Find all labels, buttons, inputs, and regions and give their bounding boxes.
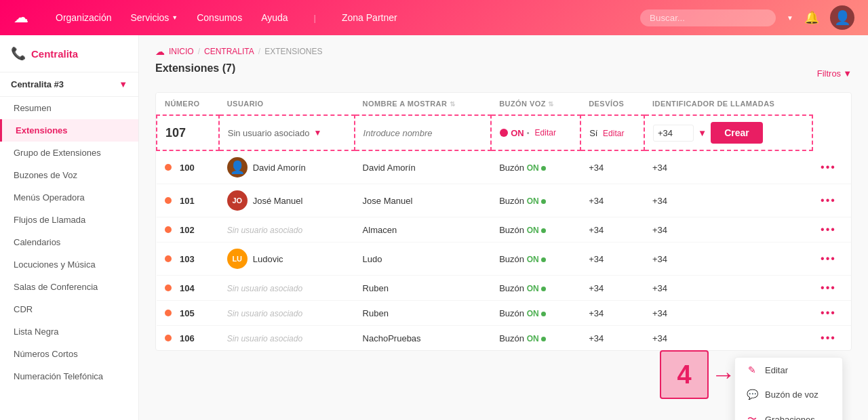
row-show-name: NachoPruebas: [355, 326, 492, 351]
row-actions[interactable]: •••: [812, 184, 851, 217]
sidebar-item-locuciones-y-música[interactable]: Locuciones y Música: [0, 253, 138, 276]
row-actions[interactable]: •••: [812, 326, 851, 351]
sidebar-item-flujos-de-llamada[interactable]: Flujos de Llamada: [0, 209, 138, 231]
row-buzon: Buzón ON: [491, 301, 580, 326]
row-actions-dots[interactable]: •••: [821, 332, 836, 343]
caller-id-value: +34: [652, 283, 667, 293]
new-row-user[interactable]: Sin usuario asociado ▼: [219, 115, 355, 150]
step-badge: 4: [660, 350, 709, 399]
sidebar-item-grupo-de-extensiones[interactable]: Grupo de Extensiones: [0, 142, 138, 164]
on-dot-indicator: •: [527, 129, 530, 137]
caller-id-value: +34: [652, 225, 667, 235]
col-buzon[interactable]: BUZÓN VOZ: [491, 93, 580, 115]
on-dot: [541, 166, 546, 171]
user-name: José Manuel: [253, 196, 303, 206]
caller-id-value: +34: [652, 333, 667, 343]
sidebar-title: Centralita: [31, 48, 78, 60]
row-actions-dots[interactable]: •••: [821, 194, 836, 206]
row-desvios: +34: [580, 217, 644, 243]
user-select-button[interactable]: Sin usuario asociado ▼: [228, 128, 322, 138]
nav-consumos[interactable]: Consumos: [197, 12, 242, 23]
prefix-dropdown-button[interactable]: ▼: [698, 128, 707, 138]
sidebar-item-resumen[interactable]: Resumen: [0, 97, 138, 119]
context-menu-item-editar[interactable]: ✎Editar: [735, 358, 842, 382]
row-actions[interactable]: •••: [812, 243, 851, 276]
name-input[interactable]: [363, 128, 458, 138]
row-caller-id: +34: [644, 184, 812, 217]
row-user: Sin usuario asociado: [219, 217, 355, 243]
centralita-selector[interactable]: Centralita #3 ▼: [0, 72, 138, 97]
on-dot: [541, 287, 546, 291]
context-item-label: Buzón de voz: [765, 390, 818, 400]
row-number: 101: [157, 184, 219, 217]
row-actions[interactable]: •••: [812, 217, 851, 243]
sidebar-item-calendarios[interactable]: Calendarios: [0, 231, 138, 253]
row-actions[interactable]: •••: [812, 301, 851, 326]
context-menu-item-buzón-de-voz[interactable]: 💬Buzón de voz: [735, 382, 842, 406]
row-actions-dots[interactable]: •••: [821, 253, 836, 264]
main-content: ☁ INICIO / CENTRALITA / EXTENSIONES Exte…: [139, 35, 868, 362]
bell-icon[interactable]: 🔔: [804, 10, 819, 25]
row-actions-dots[interactable]: •••: [821, 161, 836, 173]
on-badge: ON: [527, 163, 539, 173]
row-actions-dots[interactable]: •••: [821, 307, 836, 318]
nav-organizacion[interactable]: Organización: [56, 12, 112, 23]
on-badge: ON: [527, 196, 539, 206]
breadcrumb-inicio[interactable]: INICIO: [169, 47, 194, 56]
row-actions-dots[interactable]: •••: [821, 224, 836, 235]
col-caller-id: IDENTIFICADOR DE LLAMADAS: [644, 93, 812, 115]
row-show-name: David Amorín: [355, 150, 492, 184]
editar-desvios-link[interactable]: Editar: [603, 129, 624, 138]
col-nombre[interactable]: NOMBRE A MOSTRAR: [355, 93, 492, 115]
row-actions[interactable]: •••: [812, 276, 851, 301]
logo-icon[interactable]: ☁: [14, 9, 28, 26]
no-user-label: Sin usuario asociado: [227, 226, 302, 235]
row-caller-id: +34: [644, 243, 812, 276]
row-user: LULudovic: [219, 243, 355, 276]
nav-zona-partner[interactable]: Zona Partner: [342, 12, 397, 23]
new-row-name[interactable]: [355, 115, 492, 150]
selected-centralita: Centralita #3: [11, 79, 64, 89]
sidebar-item-numeración-telefónica[interactable]: Numeración Telefónica: [0, 365, 138, 387]
row-buzon: Buzón ON: [491, 326, 580, 351]
sidebar-item-buzones-de-voz[interactable]: Buzones de Voz: [0, 164, 138, 186]
user-avatar: 👤: [227, 157, 248, 177]
context-item-icon: 💬: [746, 389, 758, 400]
row-actions-dots[interactable]: •••: [821, 282, 836, 293]
sidebar-item-menús-operadora[interactable]: Menús Operadora: [0, 186, 138, 209]
avatar[interactable]: 👤: [830, 5, 854, 30]
table-row: 101JOJosé ManuelJose ManuelBuzón ON+34+3…: [157, 184, 851, 217]
table-row: 102Sin usuario asociadoAlmacenBuzón ON+3…: [157, 217, 851, 243]
row-user: Sin usuario asociado: [219, 301, 355, 326]
sidebar-item-salas-de-conferencia[interactable]: Salas de Conferencia: [0, 276, 138, 298]
prefix-input[interactable]: [653, 125, 694, 142]
row-caller-id: +34: [644, 217, 812, 243]
row-caller-id: +34: [644, 301, 812, 326]
new-extension-row: 107 Sin usuario asociado ▼: [157, 115, 851, 150]
context-menu-item-grabaciones[interactable]: 〜Grabaciones: [735, 406, 842, 420]
row-show-name: Jose Manuel: [355, 184, 492, 217]
crear-button[interactable]: Crear: [711, 122, 763, 144]
sidebar-item-extensiones[interactable]: Extensiones: [0, 119, 138, 142]
breadcrumb-sep1: /: [198, 47, 200, 56]
nav-servicios[interactable]: Servicios: [131, 12, 178, 23]
filtros-button[interactable]: Filtros ▼: [817, 68, 852, 79]
row-caller-id: +34: [644, 326, 812, 351]
search-input[interactable]: [640, 9, 776, 26]
table-row: 105Sin usuario asociadoRubenBuzón ON+34+…: [157, 301, 851, 326]
col-desvios: DESVÍOS: [580, 93, 644, 115]
sidebar-item-números-cortos[interactable]: Números Cortos: [0, 343, 138, 365]
search-dropdown-arrow[interactable]: ▼: [787, 14, 793, 22]
sidebar-item-cdr[interactable]: CDR: [0, 298, 138, 320]
breadcrumb-centralita[interactable]: CENTRALITA: [204, 47, 254, 56]
row-show-name: Ruben: [355, 276, 492, 301]
row-buzon: Buzón ON: [491, 184, 580, 217]
editar-buzon-link[interactable]: Editar: [535, 128, 556, 138]
nav-separator: |: [314, 13, 316, 23]
breadcrumb: ☁ INICIO / CENTRALITA / EXTENSIONES: [155, 46, 852, 57]
caller-id-value: +34: [652, 308, 667, 318]
nav-ayuda[interactable]: Ayuda: [261, 12, 288, 23]
table-row: 106Sin usuario asociadoNachoPruebasBuzón…: [157, 326, 851, 351]
sidebar-item-lista-negra[interactable]: Lista Negra: [0, 320, 138, 343]
row-actions[interactable]: •••: [812, 150, 851, 184]
